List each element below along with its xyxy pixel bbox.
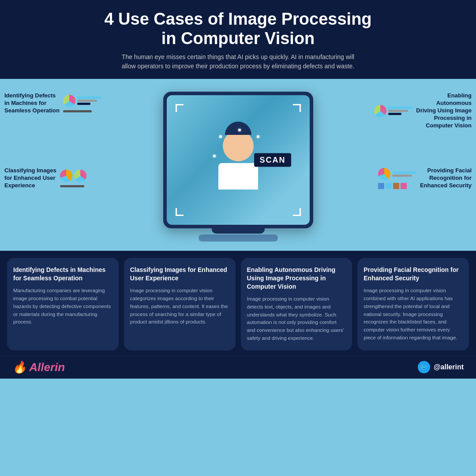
tablet-screen: SCAN xyxy=(167,95,310,225)
bar-tr-3 xyxy=(388,113,401,115)
card-4-title: Providing Facial Recognition for Enhance… xyxy=(364,266,463,283)
bar-tl-2 xyxy=(77,100,97,102)
card-2-text: Image processing in computer vision cate… xyxy=(130,287,229,326)
footer: 🔥 Allerin 🐦 @allerint xyxy=(0,356,476,379)
pie-br xyxy=(378,168,390,180)
bar-tl-1 xyxy=(77,97,101,99)
label-bottom-left: Classifying Images for Enhanced User Exp… xyxy=(4,167,86,190)
middle-section: Identifying Defects in Machines for Seam… xyxy=(0,79,476,251)
scan-dot-7 xyxy=(248,171,251,174)
logo-text: Allerin xyxy=(29,361,65,374)
header: 4 Use Cases of Image Processing in Compu… xyxy=(0,0,476,79)
bar-bl xyxy=(60,185,84,187)
scan-overlay: SCAN xyxy=(176,104,301,216)
card-1-text: Manufacturing companies are leveraging i… xyxy=(13,287,112,326)
card-4-text: Image processing in computer vision comb… xyxy=(364,287,463,342)
label-top-left: Identifying Defects in Machines for Seam… xyxy=(4,92,101,115)
card-1: Identifying Defects in Machines for Seam… xyxy=(7,258,119,350)
cb-2 xyxy=(386,183,392,189)
bar-tr-2 xyxy=(388,110,408,112)
bar-tr-1 xyxy=(388,107,412,109)
header-subtitle: The human eye misses certain things that… xyxy=(115,52,362,71)
scan-corner-br xyxy=(293,208,301,216)
bar-tl-3 xyxy=(77,103,90,105)
label-top-left-text: Identifying Defects in Machines for Seam… xyxy=(4,92,60,115)
card-3-text: Image processing in computer vision dete… xyxy=(247,295,346,342)
scan-corner-tl xyxy=(176,104,184,112)
scan-dot-3 xyxy=(257,135,259,138)
bars-br xyxy=(392,171,416,177)
card-3-title: Enabling Autonomous Driving Using Image … xyxy=(247,266,346,291)
scan-text: SCAN xyxy=(254,153,291,167)
bars-tr xyxy=(388,107,412,115)
tablet-illustration: SCAN xyxy=(163,92,313,242)
label-bottom-left-text: Classifying Images for Enhanced User Exp… xyxy=(4,167,56,190)
bars-tl xyxy=(77,97,101,105)
cards-section: Identifying Defects in Machines for Seam… xyxy=(0,251,476,356)
mini-chart-br xyxy=(378,168,416,189)
card-2: Classifying Images for Enhanced User Exp… xyxy=(124,258,236,350)
mini-chart-tl xyxy=(63,95,101,112)
logo-icon: 🔥 xyxy=(12,361,26,374)
tablet-stand xyxy=(212,228,265,234)
card-2-title: Classifying Images for Enhanced User Exp… xyxy=(130,266,229,283)
mini-chart-tr xyxy=(374,105,412,117)
scan-dot-6 xyxy=(228,171,231,174)
scan-dot-2 xyxy=(238,129,241,131)
logo: 🔥 Allerin xyxy=(12,361,65,374)
cb-3 xyxy=(393,183,399,189)
scan-corner-bl xyxy=(176,208,184,216)
mini-chart-bl xyxy=(60,170,86,187)
pie-bl-2 xyxy=(74,170,86,182)
label-bottom-right-text: Providing Facial Recognition for Enhance… xyxy=(420,167,472,190)
twitter-handle: 🐦 @allerint xyxy=(418,361,464,373)
card-3: Enabling Autonomous Driving Using Image … xyxy=(241,258,352,350)
color-blocks-br xyxy=(378,183,407,189)
tablet: SCAN xyxy=(163,92,313,228)
card-4: Providing Facial Recognition for Enhance… xyxy=(357,258,469,350)
pie-tr xyxy=(374,105,386,117)
bar-br-2 xyxy=(392,175,412,177)
pie-tl xyxy=(63,95,75,107)
scan-corner-tr xyxy=(293,104,301,112)
bar-tl-4 xyxy=(63,110,92,112)
scan-dot-1 xyxy=(219,135,222,138)
label-top-right-text: Enabling Autonomous Driving Using Image … xyxy=(416,92,472,129)
card-1-title: Identifying Defects in Machines for Seam… xyxy=(13,266,112,283)
twitter-icon: 🐦 xyxy=(418,361,430,373)
label-top-right: Enabling Autonomous Driving Using Image … xyxy=(374,92,472,129)
cb-4 xyxy=(401,183,407,189)
tablet-base xyxy=(199,234,278,242)
cb-1 xyxy=(378,183,384,189)
twitter-username: @allerint xyxy=(434,363,464,371)
page-title: 4 Use Cases of Image Processing in Compu… xyxy=(35,10,441,48)
label-bottom-right: Providing Facial Recognition for Enhance… xyxy=(378,167,472,190)
pie-bl-1 xyxy=(60,170,72,182)
bar-br-1 xyxy=(392,171,416,174)
scan-dot-4 xyxy=(213,155,216,157)
